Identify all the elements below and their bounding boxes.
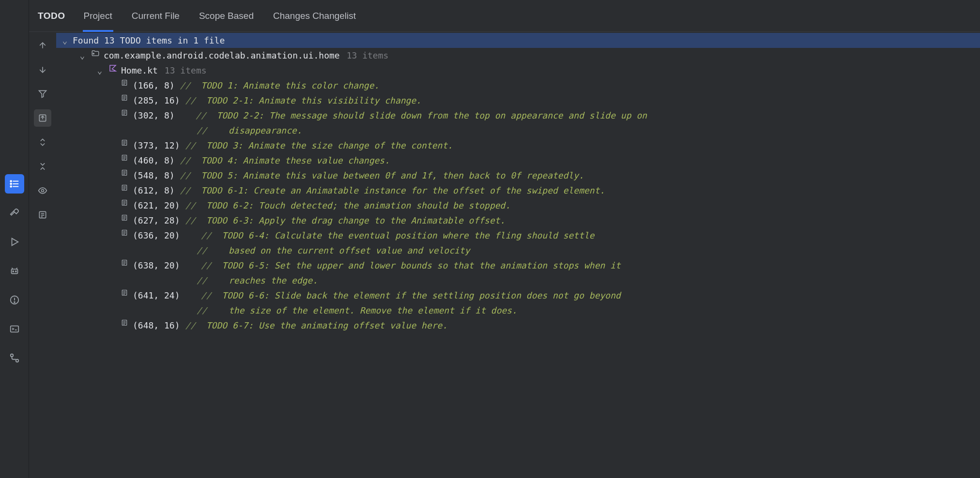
todo-item[interactable]: (621, 20) // TODO 6-2: Touch detected; t… (56, 198, 980, 213)
todo-location: (612, 8) (133, 185, 175, 195)
tab-current-file[interactable]: Current File (131, 0, 181, 32)
todo-item-continuation: //disappearance. (56, 123, 980, 138)
svg-marker-18 (39, 90, 46, 97)
todo-text: TODO 6-7: Use the animating offset value… (206, 320, 448, 330)
svg-point-5 (10, 186, 12, 187)
file-count: 13 items (165, 64, 207, 77)
text-file-icon (119, 199, 130, 207)
todo-location: (373, 12) (133, 140, 180, 150)
todo-item-continuation: //the size of the element. Remove the el… (56, 303, 980, 318)
tab-scope-based[interactable]: Scope Based (198, 0, 255, 32)
terminal-tool-icon[interactable] (5, 319, 24, 339)
todo-item[interactable]: (302, 8) // TODO 2-2: The message should… (56, 108, 980, 123)
text-file-icon (119, 214, 130, 222)
arrow-down-icon[interactable] (34, 61, 51, 78)
text-file-icon (119, 154, 130, 162)
todo-item[interactable]: (612, 8) // TODO 6-1: Create an Animatab… (56, 183, 980, 198)
text-file-icon (119, 139, 130, 147)
todo-item[interactable]: (285, 16) // TODO 2-1: Animate this visi… (56, 93, 980, 108)
todo-item[interactable]: (166, 8) // TODO 1: Animate this color c… (56, 78, 980, 93)
todo-location: (548, 8) (133, 170, 175, 180)
package-row[interactable]: ⌄ com.example.android.codelab.animation.… (56, 48, 980, 63)
panel-title: TODO (38, 11, 65, 21)
todo-location: (641, 24) (133, 290, 180, 300)
svg-point-8 (13, 271, 14, 272)
build-tool-icon[interactable] (5, 203, 24, 223)
tool-column (29, 32, 56, 478)
chevron-down-icon[interactable]: ⌄ (95, 64, 105, 77)
filter-icon[interactable] (34, 85, 51, 103)
todo-item[interactable]: (641, 24) // TODO 6-6: Slide back the el… (56, 288, 980, 303)
todo-location: (627, 28) (133, 215, 180, 225)
todo-location: (302, 8) (133, 110, 175, 120)
todo-tool-icon[interactable] (5, 174, 24, 194)
todo-location: (648, 16) (133, 320, 180, 330)
file-row[interactable]: ⌄ Home.kt 13 items (56, 63, 980, 78)
tabs-row: TODO Project Current File Scope Based Ch… (29, 0, 980, 32)
todo-tree[interactable]: ⌄ Found 13 TODO items in 1 file ⌄ com.ex… (56, 32, 980, 478)
todo-text: TODO 5: Animate this value between 0f an… (201, 170, 584, 180)
summary-text: Found 13 TODO items in 1 file (73, 34, 225, 47)
logcat-tool-icon[interactable] (5, 261, 24, 281)
todo-text: TODO 6-4: Calculate the eventual positio… (222, 230, 594, 240)
todo-text: TODO 6-1: Create an Animatable instance … (201, 185, 605, 195)
svg-point-4 (10, 183, 12, 185)
todo-item[interactable]: (548, 8) // TODO 5: Animate this value b… (56, 168, 980, 183)
svg-point-14 (10, 354, 13, 357)
tab-project[interactable]: Project (83, 0, 113, 32)
todo-item[interactable]: (373, 12) // TODO 3: Animate the size ch… (56, 138, 980, 153)
todo-item[interactable]: (627, 28) // TODO 6-3: Apply the drag ch… (56, 213, 980, 228)
text-file-icon (119, 259, 130, 267)
svg-point-12 (14, 302, 15, 303)
todo-item-continuation: //reaches the edge. (56, 273, 980, 288)
problems-tool-icon[interactable] (5, 290, 24, 310)
todo-text: TODO 6-6: Slide back the element if the … (222, 290, 621, 300)
package-count: 13 items (347, 49, 389, 62)
chevron-down-icon[interactable]: ⌄ (60, 34, 70, 47)
todo-location: (621, 20) (133, 200, 180, 210)
todo-text: TODO 2-2: The message should slide down … (216, 110, 647, 120)
left-rail (0, 0, 29, 478)
text-file-icon (119, 319, 130, 327)
todo-location: (638, 20) (133, 260, 180, 270)
text-file-icon (119, 289, 130, 297)
todo-location: (166, 8) (133, 80, 175, 90)
text-file-icon (119, 184, 130, 192)
svg-marker-6 (12, 239, 18, 246)
todo-text: TODO 3: Animate the size change of the c… (206, 140, 453, 150)
arrow-up-icon[interactable] (34, 37, 51, 54)
collapse-expand-icon[interactable] (34, 158, 51, 175)
todo-item[interactable]: (636, 20) // TODO 6-4: Calculate the eve… (56, 228, 980, 243)
autoscroll-icon[interactable] (34, 109, 51, 127)
svg-point-3 (10, 180, 12, 182)
folder-icon (90, 49, 101, 58)
preview-usages-icon[interactable] (34, 206, 51, 224)
todo-location: (636, 20) (133, 230, 180, 240)
todo-item[interactable]: (460, 8) // TODO 4: Animate these value … (56, 153, 980, 168)
todo-location: (285, 16) (133, 95, 180, 105)
todo-item[interactable]: (638, 20) // TODO 6-5: Set the upper and… (56, 258, 980, 273)
todo-location: (460, 8) (133, 155, 175, 165)
expand-collapse-icon[interactable] (34, 134, 51, 151)
chevron-down-icon[interactable]: ⌄ (77, 49, 87, 62)
summary-row[interactable]: ⌄ Found 13 TODO items in 1 file (56, 33, 980, 48)
kotlin-file-icon (107, 64, 118, 73)
tab-changes-changelist[interactable]: Changes Changelist (272, 0, 357, 32)
text-file-icon (119, 229, 130, 237)
svg-point-15 (15, 359, 18, 362)
todo-text: TODO 4: Animate these value changes. (201, 155, 390, 165)
todo-text: TODO 6-2: Touch detected; the animation … (206, 200, 511, 210)
svg-rect-13 (10, 326, 18, 332)
run-tool-icon[interactable] (5, 232, 24, 252)
text-file-icon (119, 94, 130, 102)
svg-point-21 (42, 190, 44, 192)
package-name: com.example.android.codelab.animation.ui… (104, 49, 340, 62)
preview-icon[interactable] (34, 182, 51, 199)
todo-text: TODO 6-3: Apply the drag change to the A… (206, 215, 505, 225)
todo-text: TODO 1: Animate this color change. (201, 80, 379, 90)
text-file-icon (119, 109, 130, 117)
text-file-icon (119, 169, 130, 177)
todo-item-continuation: //based on the current offset value and … (56, 243, 980, 258)
vcs-tool-icon[interactable] (5, 348, 24, 368)
todo-item[interactable]: (648, 16) // TODO 6-7: Use the animating… (56, 318, 980, 333)
